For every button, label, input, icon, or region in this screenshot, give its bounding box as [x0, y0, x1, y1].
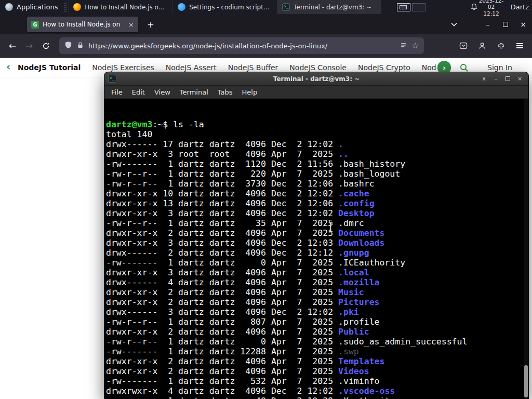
menu-terminal[interactable]: Terminal — [175, 88, 213, 96]
shield-icon[interactable] — [64, 41, 72, 51]
file-meta: drwxr-xr-x 2 dartz dartz 4096 Apr 7 2025 — [106, 366, 338, 376]
file-meta: drwxr-xr-x 3 root root 4096 Apr 7 2025 — [106, 149, 338, 159]
window-maximize-button[interactable] — [497, 14, 514, 34]
file-name: .. — [338, 149, 349, 159]
gfg-nav-item[interactable]: NodeJS Tutorial — [18, 63, 81, 72]
toolbar-right-icons — [455, 37, 528, 54]
reload-icon — [42, 42, 50, 50]
menu-edit[interactable]: Edit — [127, 88, 150, 96]
terminal-line: drwx------ 2 dartz dartz 4096 Dec 2 12:1… — [106, 248, 528, 258]
terminal-line: drwxr-xr-x 2 dartz dartz 4096 Apr 7 2025… — [106, 287, 528, 297]
extensions-icon[interactable] — [493, 37, 509, 54]
back-button[interactable]: ← — [4, 37, 21, 54]
applications-menu[interactable]: Applications — [0, 0, 63, 14]
window-minimize-button[interactable]: – — [479, 14, 497, 34]
forward-button[interactable]: → — [21, 37, 37, 54]
terminal-minimize-button[interactable]: – — [490, 72, 502, 86]
gfg-nav-item[interactable]: NodeJS Console — [289, 63, 347, 72]
terminal-line: -rw-r--r-- 1 dartz dartz 35 Apr 7 2025 .… — [106, 218, 528, 228]
terminal-line: drwxr-xr-x 2 dartz dartz 4096 Apr 7 2025… — [106, 366, 528, 376]
taskbar-item[interactable]: Settings - codium script... — [172, 0, 277, 14]
file-meta: -rw------- 1 dartz dartz 48 Dec 2 10:39 — [106, 396, 338, 399]
taskbar-item[interactable]: How to Install Node.js o... — [68, 0, 172, 14]
gfg-nav-item[interactable]: NodeJS Exercises — [92, 63, 154, 72]
panel-user-label[interactable]: Dartz — [511, 3, 532, 11]
file-name: Videos — [338, 366, 369, 376]
gfg-nav-item[interactable]: NodeJS Crypto — [358, 63, 410, 72]
terminal-total-line: total 140 — [106, 129, 528, 139]
notifications-bell-icon[interactable] — [470, 3, 478, 11]
taskbar-item[interactable]: >_Terminal - dartz@vm3: ~ — [277, 0, 381, 14]
reload-button[interactable] — [37, 37, 54, 54]
terminal-line: drwxr-xr-x 2 dartz dartz 4096 Apr 7 2025… — [106, 297, 528, 307]
account-icon[interactable] — [474, 37, 490, 54]
menu-file[interactable]: File — [107, 88, 127, 96]
workspace-pager[interactable] — [397, 3, 425, 11]
applications-label: Applications — [17, 3, 58, 11]
reader-mode-icon[interactable] — [400, 41, 407, 51]
terminal-line: -rw-r--r-- 1 dartz dartz 220 Apr 7 2025 … — [106, 169, 528, 179]
menu-button[interactable] — [511, 37, 528, 54]
file-name: .cache — [338, 189, 369, 198]
maximize-icon — [503, 22, 508, 27]
firefox-icon — [73, 3, 81, 11]
menu-view[interactable]: View — [150, 88, 175, 96]
gfg-nav-item[interactable]: NodeJS Buffer — [228, 63, 278, 72]
file-name: .config — [338, 198, 375, 208]
pocket-icon[interactable] — [455, 37, 472, 54]
terminal-line: -rw------- 1 dartz dartz 12288 Apr 7 202… — [106, 347, 528, 356]
terminal-line: drwxr-xr-x 3 dartz dartz 4096 Dec 2 12:0… — [106, 238, 528, 248]
menu-tabs[interactable]: Tabs — [213, 88, 237, 96]
new-tab-button[interactable]: + — [144, 19, 157, 30]
gfg-nav-item[interactable]: NodeJS DNS — [422, 63, 436, 72]
file-meta: drwxr-xr-x 3 dartz dartz 4096 Dec 2 12:0… — [106, 238, 338, 248]
terminal-screen[interactable]: dartz@vm3:~$ ls -latotal 140drwx------ 1… — [104, 99, 528, 399]
lock-icon[interactable] — [77, 41, 84, 51]
file-name: Music — [338, 287, 364, 297]
gfg-nav-item[interactable]: NodeJS Assert — [166, 63, 217, 72]
file-name: .profile — [338, 317, 379, 327]
browser-tab[interactable]: G How to Install Node.js on × — [27, 17, 138, 32]
terminal-maximize-button[interactable] — [502, 72, 514, 86]
nav-scroll-left-icon[interactable]: ‹ — [6, 60, 10, 73]
file-name: .swp — [338, 347, 359, 356]
terminal-close-button[interactable]: × — [514, 72, 526, 86]
terminal-scrollbar[interactable] — [524, 99, 528, 399]
desktop: G How to Install Node.js on × + – × ← → — [0, 0, 532, 399]
file-name: .sudo_as_admin_successful — [338, 337, 467, 347]
terminal-window-controls: ∧ – × — [478, 72, 528, 86]
menu-help[interactable]: Help — [237, 88, 262, 96]
terminal-shade-button[interactable]: ∧ — [478, 72, 490, 86]
workspace-1[interactable] — [397, 3, 410, 11]
file-meta: -rw------- 1 dartz dartz 1120 Dec 2 11:5… — [106, 159, 338, 169]
bookmark-star-icon[interactable]: ☆ — [412, 41, 419, 50]
terminal-scrollbar-thumb[interactable] — [524, 365, 528, 397]
panel-clock[interactable]: 2025-12-02 12:12 — [478, 0, 504, 17]
file-meta: drwx------ 2 dartz dartz 4096 Dec 2 12:1… — [106, 248, 338, 258]
terminal-prompt-line: dartz@vm3:~$ ls -la — [106, 119, 528, 129]
terminal-window: >_ Terminal - dartz@vm3: ~ ∧ – × FileEdi… — [104, 72, 528, 399]
taskbar-item-title: How to Install Node.js o... — [85, 4, 164, 11]
taskbar-item-title: Terminal - dartz@vm3: ~ — [294, 4, 371, 11]
mouse-cursor — [327, 222, 334, 233]
list-all-tabs-button[interactable] — [447, 14, 461, 34]
file-meta: -rw-r--r-- 1 dartz dartz 0 Apr 7 2025 — [106, 337, 338, 347]
window-close-button[interactable]: × — [514, 14, 532, 34]
tab-close-icon[interactable]: × — [128, 21, 134, 29]
terminal-line: -rw------- 1 dartz dartz 1120 Dec 2 11:5… — [106, 159, 528, 169]
file-name: .pki — [338, 307, 359, 317]
terminal-line: -rw------- 1 dartz dartz 532 Apr 7 2025 … — [106, 376, 528, 386]
file-name: .local — [338, 268, 369, 277]
file-meta: drwx------ 17 dartz dartz 4096 Dec 2 12:… — [106, 139, 338, 149]
terminal-titlebar[interactable]: >_ Terminal - dartz@vm3: ~ ∧ – × — [104, 72, 528, 86]
chevron-down-icon — [451, 22, 457, 26]
terminal-icon: >_ — [282, 3, 290, 11]
maximize-icon — [506, 76, 510, 81]
workspace-2[interactable] — [412, 3, 425, 11]
url-text[interactable]: https://www.geeksforgeeks.org/node-js/in… — [88, 42, 395, 50]
clock-time: 12:12 — [478, 10, 504, 17]
urlbar[interactable]: https://www.geeksforgeeks.org/node-js/in… — [59, 37, 424, 54]
file-name: Documents — [338, 228, 384, 238]
terminal-output: dartz@vm3:~$ ls -latotal 140drwx------ 1… — [106, 119, 528, 399]
file-name: .ICEauthority — [338, 258, 405, 268]
